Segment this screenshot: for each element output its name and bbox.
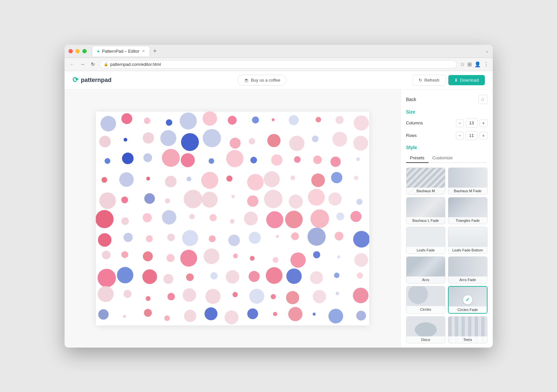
- svg-point-74: [266, 211, 283, 228]
- svg-point-23: [289, 136, 304, 151]
- preset-label-leafs-fade: Leafs Fade: [406, 247, 445, 253]
- preset-thumb-disco: Disco: [406, 317, 445, 343]
- svg-point-53: [99, 192, 116, 209]
- svg-point-66: [96, 210, 114, 228]
- svg-point-65: [356, 198, 362, 205]
- style-section-title: Style: [406, 145, 487, 150]
- preset-thumb-circles-fade: ✓Circles Fade: [449, 287, 487, 313]
- svg-point-98: [233, 253, 238, 258]
- back-icon-button[interactable]: □: [478, 95, 487, 104]
- svg-point-94: [143, 251, 153, 261]
- pattern-canvas: [96, 112, 369, 326]
- bookmark-icon[interactable]: ☆: [460, 61, 465, 67]
- svg-point-89: [307, 227, 325, 246]
- svg-point-64: [328, 192, 342, 205]
- svg-point-77: [336, 212, 344, 220]
- svg-point-29: [143, 153, 152, 162]
- svg-point-55: [144, 193, 155, 204]
- svg-point-120: [146, 296, 151, 301]
- columns-control: Columns − 13 +: [406, 118, 487, 128]
- preset-bauhaus-m[interactable]: Bauhaus M: [406, 168, 446, 195]
- svg-point-141: [313, 312, 316, 315]
- svg-point-122: [182, 288, 196, 301]
- svg-point-102: [313, 251, 320, 258]
- svg-point-135: [184, 310, 196, 322]
- preset-leafs-fade[interactable]: Leafs Fade: [406, 227, 446, 254]
- tab-favicon: ◈: [97, 49, 99, 53]
- svg-point-49: [291, 175, 295, 180]
- svg-point-117: [357, 272, 363, 278]
- maximize-window-button[interactable]: [82, 49, 87, 53]
- preset-bauhaus-m-fade[interactable]: Bauhaus M Fade: [448, 168, 487, 195]
- svg-point-129: [336, 292, 339, 295]
- preset-thumb-tetris: Tetris: [448, 317, 487, 343]
- columns-increment-button[interactable]: +: [480, 119, 487, 127]
- minimize-window-button[interactable]: [75, 49, 80, 53]
- preset-label-circles: Circles: [406, 306, 445, 313]
- coffee-button[interactable]: ☕ Buy us a coffee: [237, 75, 287, 86]
- rows-control: Rows − 11 +: [406, 131, 487, 140]
- active-tab[interactable]: ◈ PatternPad – Editor ✕: [92, 46, 150, 56]
- columns-label: Columns: [406, 120, 423, 125]
- new-tab-button[interactable]: +: [151, 48, 159, 55]
- svg-point-1: [100, 116, 116, 131]
- back-button[interactable]: ←: [69, 60, 76, 68]
- svg-point-54: [121, 196, 128, 203]
- svg-point-51: [331, 172, 342, 183]
- back-section: Back □: [406, 95, 487, 104]
- svg-point-108: [163, 274, 173, 284]
- preset-triangles-fade[interactable]: Triangles Fade: [448, 197, 487, 224]
- svg-point-21: [249, 138, 255, 144]
- download-button[interactable]: ⬇ Download: [448, 75, 485, 85]
- rows-decrement-button[interactable]: −: [456, 132, 464, 140]
- preset-thumb-bauhaus-m: Bauhaus M: [406, 168, 445, 194]
- svg-point-137: [224, 310, 238, 324]
- reload-button[interactable]: ↻: [90, 60, 96, 68]
- close-window-button[interactable]: [69, 49, 73, 53]
- svg-point-130: [353, 288, 368, 303]
- rows-increment-button[interactable]: +: [480, 132, 487, 140]
- forward-button[interactable]: →: [79, 60, 86, 68]
- more-icon[interactable]: ⋮: [484, 61, 489, 67]
- svg-point-61: [264, 190, 282, 208]
- refresh-button[interactable]: ↻ Refresh: [412, 75, 446, 86]
- svg-point-20: [230, 138, 240, 148]
- extensions-icon[interactable]: ⊞: [467, 61, 472, 67]
- preset-tetris[interactable]: Tetris: [448, 316, 487, 343]
- size-section-title: Size: [406, 109, 487, 115]
- svg-point-24: [312, 135, 318, 142]
- preset-circles[interactable]: Circles: [406, 286, 446, 314]
- svg-point-87: [276, 235, 279, 238]
- preset-arcs-fade[interactable]: Arcs Fade: [448, 256, 487, 283]
- svg-point-45: [201, 172, 218, 189]
- svg-point-92: [102, 250, 110, 259]
- svg-point-97: [204, 248, 219, 264]
- tab-presets[interactable]: Presets: [406, 153, 429, 163]
- svg-point-4: [166, 119, 172, 126]
- lock-icon: 🔒: [104, 62, 108, 66]
- rows-number-control: − 11 +: [456, 131, 487, 140]
- svg-point-143: [356, 311, 366, 321]
- account-icon[interactable]: 👤: [474, 61, 481, 67]
- back-button[interactable]: Back: [406, 97, 416, 102]
- tab-close-button[interactable]: ✕: [142, 49, 145, 53]
- svg-point-119: [123, 290, 131, 298]
- rows-value: 11: [466, 131, 478, 140]
- tab-customize[interactable]: Customize: [429, 153, 457, 163]
- svg-point-60: [247, 195, 258, 206]
- svg-point-125: [249, 289, 264, 304]
- svg-point-17: [160, 130, 176, 146]
- svg-point-28: [122, 152, 133, 164]
- preset-bauhaus-l-fade[interactable]: Bauhaus L Fade: [406, 197, 446, 224]
- svg-point-18: [181, 133, 199, 151]
- columns-value: 13: [466, 118, 478, 128]
- columns-decrement-button[interactable]: −: [456, 119, 464, 127]
- address-input[interactable]: 🔒 patternpad.com/editor.html: [99, 60, 457, 68]
- svg-point-15: [124, 138, 127, 141]
- preset-circles-fade[interactable]: ✓Circles Fade: [448, 286, 487, 314]
- svg-point-107: [142, 269, 157, 284]
- preset-arcs[interactable]: Arcs: [406, 256, 446, 283]
- preset-leafs-fade-bottom[interactable]: Leafs Fade Bottom: [448, 227, 487, 254]
- preset-disco[interactable]: Disco: [406, 316, 446, 343]
- svg-point-9: [271, 118, 274, 121]
